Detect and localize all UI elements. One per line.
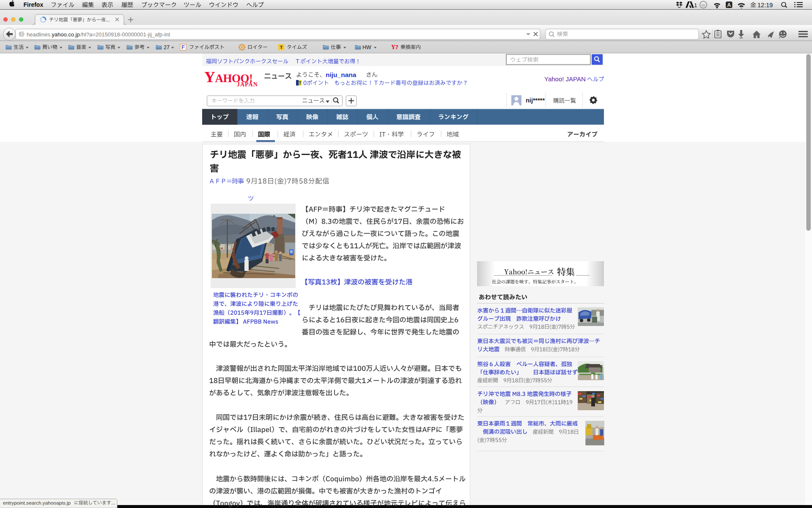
svg-text:HW: HW: [362, 44, 371, 50]
svg-text:12:19: 12:19: [757, 2, 773, 8]
svg-text:T: T: [280, 45, 283, 50]
svg-text:Firefox: Firefox: [24, 1, 44, 8]
svg-text:nij*****: nij*****: [526, 97, 545, 104]
svg-text:yahoo.co.jp: yahoo.co.jp: [52, 31, 80, 38]
svg-text:7: 7: [395, 44, 398, 50]
svg-text:1: 1: [694, 2, 697, 8]
svg-text:Yahoo! JAPAN: Yahoo! JAPAN: [544, 75, 586, 83]
svg-text:JAPAN: JAPAN: [237, 81, 258, 88]
svg-text:T: T: [299, 81, 302, 86]
svg-text:A: A: [727, 2, 731, 8]
svg-text:∞: ∞: [702, 2, 705, 8]
svg-text:F: F: [181, 44, 185, 50]
svg-text:27: 27: [164, 44, 170, 50]
svg-text:headlines.: headlines.: [27, 31, 52, 38]
svg-text:/hl?a=20150918-00000001-jij_af: /hl?a=20150918-00000001-jij_afp-int: [80, 31, 170, 38]
svg-text:entrypoint.search.yahooapis.jp: entrypoint.search.yahooapis.jp: [3, 500, 71, 506]
svg-text:niju_nana: niju_nana: [326, 71, 357, 78]
svg-text:Y: Y: [391, 44, 395, 50]
